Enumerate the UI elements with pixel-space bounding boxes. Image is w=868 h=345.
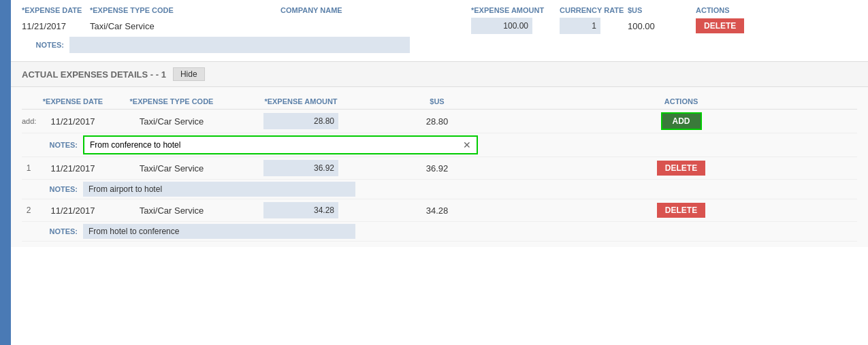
row-2-num: 2 [27, 206, 31, 215]
row-1-notes-label: NOTES: [35, 185, 83, 193]
add-row-sus: 28.80 [426, 116, 449, 127]
top-notes-label: NOTES: [22, 41, 69, 49]
top-row-sus: 100.00 [628, 21, 655, 31]
top-header-company-name: COMPANY NAME [280, 6, 342, 14]
top-row-delete-button[interactable]: DELETE [696, 18, 744, 33]
hide-button[interactable]: Hide [173, 67, 205, 81]
add-row-notes-input-container[interactable]: ✕ [83, 135, 478, 154]
row-1-date: 11/21/2017 [50, 163, 95, 174]
top-header-currency-rate: CURRENCY RATE [560, 6, 624, 14]
add-row-type-code: Taxi/Car Service [140, 116, 204, 127]
top-row-date: 11/21/2017 [22, 21, 66, 31]
top-header-expense-date: *EXPENSE DATE [22, 6, 82, 14]
top-row-amount-input[interactable] [471, 18, 532, 34]
table-row: 1 11/21/2017 Taxi/Car Service 36.92 DELE… [22, 157, 857, 199]
detail-header-actions: ACTIONS [664, 97, 698, 105]
row-1-amount-input[interactable] [263, 160, 338, 176]
actual-expenses-header: ACTUAL EXPENSES DETAILS - - 1 Hide [11, 61, 868, 87]
actual-expenses-title: ACTUAL EXPENSES DETAILS - - 1 [22, 69, 166, 80]
row-1-type-code: Taxi/Car Service [140, 163, 204, 174]
top-notes-input[interactable] [69, 37, 410, 53]
detail-header-sus: $US [430, 97, 444, 105]
top-row-currency-rate-input[interactable] [560, 18, 600, 34]
clear-notes-icon[interactable]: ✕ [463, 139, 471, 150]
row-1-sus: 36.92 [426, 163, 449, 174]
top-row-type-code: Taxi/Car Service [90, 21, 155, 31]
top-header-sus: $US [628, 6, 642, 14]
top-header-expense-type-code: *EXPENSE TYPE CODE [90, 6, 174, 14]
row-2-sus: 34.28 [426, 206, 449, 216]
detail-header-expense-amount: *EXPENSE AMOUNT [264, 97, 337, 105]
add-row-notes-text-input[interactable] [90, 140, 460, 150]
top-header-expense-amount: *EXPENSE AMOUNT [471, 6, 544, 14]
row-2-notes-label: NOTES: [35, 227, 83, 235]
row-1-num: 1 [27, 163, 31, 173]
left-sidebar [0, 0, 11, 247]
add-row-notes-label: NOTES: [35, 141, 83, 149]
detail-header-expense-type-code: *EXPENSE TYPE CODE [130, 97, 214, 105]
add-button[interactable]: ADD [661, 112, 702, 130]
row-2-amount-input[interactable] [263, 202, 338, 218]
row-2-notes-value[interactable]: From hotel to conference [83, 224, 355, 239]
row-2-date: 11/21/2017 [50, 206, 95, 216]
top-header-actions: ACTIONS [696, 6, 730, 14]
row-2-type-code: Taxi/Car Service [140, 206, 204, 216]
detail-header-expense-date: *EXPENSE DATE [43, 97, 103, 105]
add-row-amount-input[interactable] [263, 113, 338, 129]
add-row-label: add: [22, 117, 36, 125]
row-2-delete-button[interactable]: DELETE [657, 203, 705, 218]
row-1-notes-value[interactable]: From airport to hotel [83, 182, 355, 197]
table-row: 2 11/21/2017 Taxi/Car Service 34.28 DELE… [22, 199, 857, 242]
add-row-date: 11/21/2017 [50, 116, 95, 127]
row-1-delete-button[interactable]: DELETE [657, 161, 705, 176]
